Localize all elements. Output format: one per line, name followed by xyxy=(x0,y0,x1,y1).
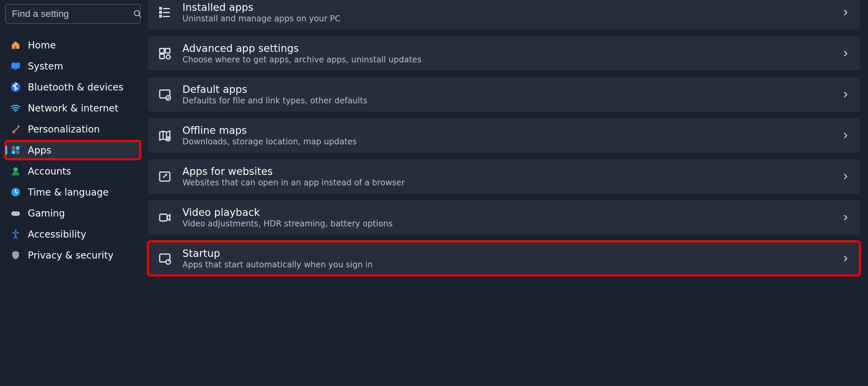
svg-rect-21 xyxy=(160,11,161,13)
svg-rect-8 xyxy=(16,146,19,150)
card-advanced-app-settings[interactable]: Advanced app settings Choose where to ge… xyxy=(148,36,860,70)
card-sub: Defaults for file and link types, other … xyxy=(182,96,841,105)
card-startup[interactable]: Startup Apps that start automatically wh… xyxy=(148,241,860,276)
sidebar-item-label: System xyxy=(28,61,63,72)
sidebar-item-accessibility[interactable]: Accessibility xyxy=(5,225,140,243)
card-title: Advanced app settings xyxy=(182,42,841,54)
startup-icon xyxy=(157,251,172,266)
svg-point-6 xyxy=(15,111,16,112)
svg-point-14 xyxy=(13,213,15,214)
sidebar-item-apps[interactable]: Apps xyxy=(5,141,140,159)
link-app-icon xyxy=(157,169,172,184)
card-video-playback[interactable]: Video playback Video adjustments, HDR st… xyxy=(148,200,860,235)
video-icon xyxy=(157,210,172,225)
svg-rect-22 xyxy=(160,15,161,17)
sidebar-item-gaming[interactable]: Gaming xyxy=(5,204,140,222)
sidebar-item-accounts[interactable]: Accounts xyxy=(5,162,140,180)
card-sub: Choose where to get apps, archive apps, … xyxy=(182,55,841,64)
svg-rect-24 xyxy=(165,48,170,53)
chevron-right-icon xyxy=(841,90,850,99)
system-icon xyxy=(10,61,21,72)
chevron-right-icon xyxy=(841,131,850,140)
sidebar-item-label: Home xyxy=(28,40,56,51)
card-text: Offline maps Downloads, storage location… xyxy=(182,124,841,146)
search-icon xyxy=(133,9,142,18)
svg-rect-20 xyxy=(160,7,161,9)
home-icon xyxy=(10,40,21,50)
svg-rect-3 xyxy=(12,63,20,69)
sidebar-item-privacy[interactable]: Privacy & security xyxy=(5,246,140,264)
card-text: Video playback Video adjustments, HDR st… xyxy=(182,206,841,228)
svg-point-11 xyxy=(14,167,18,172)
sidebar-item-personalization[interactable]: Personalization xyxy=(5,120,140,138)
chevron-right-icon xyxy=(841,8,850,17)
card-default-apps[interactable]: Default apps Defaults for file and link … xyxy=(148,77,860,111)
svg-point-0 xyxy=(134,11,139,16)
card-text: Advanced app settings Choose where to ge… xyxy=(182,42,841,64)
svg-rect-23 xyxy=(160,48,164,53)
search-box[interactable] xyxy=(5,4,140,24)
card-text: Default apps Defaults for file and link … xyxy=(182,83,841,105)
apps-gear-icon xyxy=(157,46,172,61)
sidebar-item-label: Apps xyxy=(28,145,51,156)
card-sub: Uninstall and manage apps on your PC xyxy=(182,14,841,23)
map-icon xyxy=(157,128,172,143)
person-icon xyxy=(10,166,21,177)
search-input[interactable] xyxy=(12,8,133,19)
svg-point-16 xyxy=(15,230,17,232)
card-sub: Video adjustments, HDR streaming, batter… xyxy=(182,219,841,228)
chevron-right-icon xyxy=(841,172,850,181)
card-title: Installed apps xyxy=(182,1,841,13)
card-text: Apps for websites Websites that can open… xyxy=(182,165,841,187)
sidebar-item-system[interactable]: System xyxy=(5,57,140,75)
card-sub: Downloads, storage location, map updates xyxy=(182,137,841,146)
svg-rect-4 xyxy=(14,69,17,70)
card-text: Startup Apps that start automatically wh… xyxy=(182,247,841,269)
card-apps-for-websites[interactable]: Apps for websites Websites that can open… xyxy=(148,159,860,194)
svg-rect-25 xyxy=(160,54,164,58)
default-apps-icon xyxy=(157,87,172,102)
card-title: Startup xyxy=(182,247,841,259)
sidebar-item-label: Accounts xyxy=(28,166,71,177)
svg-rect-2 xyxy=(15,46,17,49)
sidebar-item-label: Time & language xyxy=(28,187,109,198)
sidebar-item-home[interactable]: Home xyxy=(5,36,140,54)
wifi-icon xyxy=(10,103,21,114)
gamepad-icon xyxy=(10,208,21,219)
chevron-right-icon xyxy=(841,49,850,58)
brush-icon xyxy=(10,124,21,135)
svg-point-26 xyxy=(166,55,170,59)
svg-line-1 xyxy=(139,15,141,17)
sidebar-item-network[interactable]: Network & internet xyxy=(5,99,140,117)
sidebar-item-label: Gaming xyxy=(28,208,65,219)
svg-rect-31 xyxy=(160,214,167,221)
sidebar-item-label: Network & internet xyxy=(28,103,118,114)
shield-icon xyxy=(10,250,21,261)
card-offline-maps[interactable]: Offline maps Downloads, storage location… xyxy=(148,118,860,153)
card-sub: Apps that start automatically when you s… xyxy=(182,260,841,269)
card-title: Video playback xyxy=(182,206,841,218)
card-title: Apps for websites xyxy=(182,165,841,177)
sidebar-item-time-language[interactable]: Time & language xyxy=(5,183,140,201)
bluetooth-icon xyxy=(10,82,21,93)
card-installed-apps[interactable]: Installed apps Uninstall and manage apps… xyxy=(148,0,860,29)
svg-rect-13 xyxy=(12,211,20,216)
sidebar-item-label: Accessibility xyxy=(28,229,86,240)
clock-icon xyxy=(10,187,21,198)
sidebar-item-bluetooth[interactable]: Bluetooth & devices xyxy=(5,78,140,96)
svg-rect-10 xyxy=(16,150,19,154)
accessibility-icon xyxy=(10,229,21,240)
sidebar: Home System Bluetooth & devices Network … xyxy=(0,0,146,386)
main-content: Installed apps Uninstall and manage apps… xyxy=(146,0,868,386)
chevron-right-icon xyxy=(841,254,850,263)
card-title: Offline maps xyxy=(182,124,841,136)
card-sub: Websites that can open in an app instead… xyxy=(182,178,841,187)
sidebar-item-label: Personalization xyxy=(28,124,100,135)
chevron-right-icon xyxy=(841,213,850,222)
list-icon xyxy=(157,5,172,20)
card-text: Installed apps Uninstall and manage apps… xyxy=(182,1,841,23)
svg-rect-7 xyxy=(12,146,15,150)
svg-point-15 xyxy=(17,213,18,214)
sidebar-item-label: Privacy & security xyxy=(28,250,114,261)
apps-icon xyxy=(10,145,21,156)
